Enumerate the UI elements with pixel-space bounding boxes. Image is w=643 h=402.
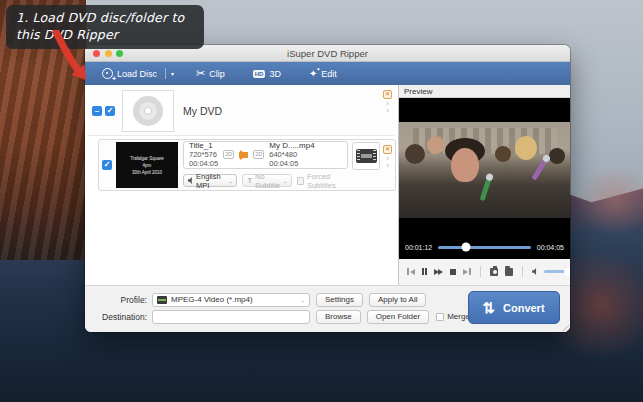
- seek-knob[interactable]: [462, 243, 471, 252]
- convert-label: Convert: [503, 302, 545, 314]
- callout-line2: this DVD Ripper: [16, 26, 194, 43]
- toolbar-separator: [165, 68, 166, 79]
- purple-microphone: [531, 158, 547, 180]
- source-duration: 00:04:05: [189, 159, 218, 168]
- main-content: – ✓ My DVD ✕ ∧ ∨ ✓ Trafalgar Square: [85, 85, 570, 285]
- remove-dvd-icon[interactable]: ✕: [383, 90, 392, 99]
- settings-button[interactable]: Settings: [316, 293, 363, 307]
- forced-subtitles-checkbox[interactable]: [297, 177, 304, 185]
- snapshot-folder-icon[interactable]: [505, 268, 513, 276]
- preview-header: Preview: [399, 85, 570, 98]
- load-disc-icon: [102, 68, 113, 79]
- footer-bar: Profile: MPEG-4 Video (*.mp4) ⌄ Settings…: [85, 285, 570, 332]
- previous-button[interactable]: [407, 268, 415, 275]
- clip-button[interactable]: ✂ Clip: [196, 67, 225, 80]
- next-button[interactable]: [463, 268, 471, 275]
- source-title: Title_1: [189, 141, 218, 150]
- audio-track-select[interactable]: English MPI ⌄: [183, 174, 237, 187]
- crowd-head: [549, 148, 565, 164]
- collapse-down-icon[interactable]: ∨: [386, 163, 390, 168]
- edit-button[interactable]: ✦ Edit: [309, 68, 337, 79]
- browse-button[interactable]: Browse: [316, 310, 361, 324]
- load-disc-dropdown[interactable]: ▾: [171, 70, 174, 77]
- preview-panel: Preview: [398, 85, 570, 285]
- forced-subtitles-label: Forced Subtitles: [307, 172, 348, 190]
- threed-label: 3D: [269, 69, 281, 79]
- letterbox-bar: [399, 218, 570, 235]
- green-microphone: [480, 178, 492, 201]
- preview-video-frame: [399, 122, 570, 218]
- film-icon: [356, 149, 377, 163]
- transport-controls: [399, 259, 570, 284]
- pause-button[interactable]: [422, 268, 427, 275]
- collapse-down-icon[interactable]: ∨: [386, 108, 390, 113]
- crowd-head: [495, 146, 511, 162]
- destination-label: Destination:: [99, 312, 147, 322]
- desktop: iSuper DVD Ripper Load Disc ▾ ✂ Clip HD …: [0, 0, 643, 402]
- collapse-up-icon[interactable]: ∧: [386, 101, 390, 106]
- hd-3d-button[interactable]: HD 3D: [253, 69, 281, 79]
- chevron-down-icon: ⌄: [283, 178, 287, 184]
- sparkle-icon: ✦: [309, 68, 317, 79]
- group-checkbox[interactable]: ✓: [105, 106, 115, 116]
- subtitle-value: No Subtitle: [255, 172, 280, 190]
- dvd-disc-thumbnail: [122, 90, 174, 132]
- volume-slider[interactable]: [544, 270, 570, 273]
- total-time: 00:04:05: [537, 244, 564, 251]
- dvd-group-row[interactable]: – ✓ My DVD ✕ ∧ ∨: [88, 87, 395, 136]
- group-checkbox-partial[interactable]: –: [92, 106, 102, 116]
- thumb-text: 4pm: [143, 163, 152, 168]
- source-resolution: 720*576: [189, 150, 218, 159]
- audio-track-value: English MPI: [196, 172, 225, 190]
- title-row-controls: ✕ ∧ ∨: [383, 142, 392, 168]
- apply-to-all-button[interactable]: Apply to All: [369, 293, 427, 307]
- collapse-up-icon[interactable]: ∧: [386, 156, 390, 161]
- tutorial-arrow-icon: [48, 30, 100, 90]
- title-row[interactable]: ✓ Trafalgar Square 4pm 30th April 2010 T…: [98, 139, 396, 191]
- divider: [480, 266, 481, 277]
- profile-select[interactable]: MPEG-4 Video (*.mp4) ⌄: [152, 293, 310, 307]
- open-folder-button[interactable]: Open Folder: [367, 310, 429, 324]
- convert-icon: ⇄: [482, 301, 497, 314]
- tutorial-callout: 1. Load DVD disc/folder to this DVD Ripp…: [6, 5, 204, 49]
- audio-subtitle-row: English MPI ⌄ T No Subtitle ⌄ Forced Sub…: [183, 172, 348, 190]
- thumb-text: Trafalgar Square: [130, 156, 164, 161]
- volume-knob[interactable]: [564, 268, 570, 276]
- subtitle-t-icon: T: [247, 176, 252, 185]
- chevron-down-icon: ⌄: [301, 297, 305, 303]
- stop-button[interactable]: [450, 269, 456, 275]
- hd-badge-icon: HD: [253, 70, 266, 78]
- profile-label: Profile:: [99, 295, 147, 305]
- titles-list-panel: – ✓ My DVD ✕ ∧ ∨ ✓ Trafalgar Square: [85, 85, 398, 285]
- current-time: 00:01:12: [405, 244, 432, 251]
- merge-checkbox[interactable]: [436, 313, 444, 321]
- convert-button[interactable]: ⇄ Convert: [468, 291, 560, 324]
- speaker-icon: [188, 177, 193, 184]
- load-disc-button[interactable]: Load Disc: [102, 68, 157, 79]
- remove-title-icon[interactable]: ✕: [383, 145, 392, 154]
- dvd-row-controls: ✕ ∧ ∨: [383, 87, 392, 113]
- fast-forward-button[interactable]: [434, 269, 443, 275]
- subtitle-select[interactable]: T No Subtitle ⌄: [242, 174, 292, 187]
- title-thumbnail: Trafalgar Square 4pm 30th April 2010: [116, 142, 178, 188]
- snapshot-icon[interactable]: [490, 268, 498, 276]
- divider: [522, 266, 523, 277]
- destination-input[interactable]: [152, 310, 310, 324]
- crowd-head: [405, 144, 425, 164]
- resize-grip[interactable]: [560, 322, 569, 331]
- preview-frame-button[interactable]: [352, 142, 380, 170]
- load-disc-label: Load Disc: [117, 69, 157, 79]
- title-info-column: Title_1 720*576 00:04:05 2D 2D My D.....…: [183, 141, 348, 190]
- seek-bar[interactable]: [438, 246, 531, 249]
- forced-subtitles-option[interactable]: Forced Subtitles: [297, 172, 348, 190]
- conversion-info-box: Title_1 720*576 00:04:05 2D 2D My D.....…: [183, 141, 348, 169]
- thumb-text: 30th April 2010: [132, 170, 162, 175]
- profile-format-icon: [157, 296, 167, 304]
- dvd-name: My DVD: [183, 105, 383, 117]
- volume-icon[interactable]: [532, 268, 537, 275]
- convert-arrow-icon: [239, 152, 248, 158]
- clip-label: Clip: [209, 69, 225, 79]
- singer-face: [451, 148, 479, 182]
- title-checkbox[interactable]: ✓: [102, 160, 112, 170]
- video-preview[interactable]: [399, 98, 570, 235]
